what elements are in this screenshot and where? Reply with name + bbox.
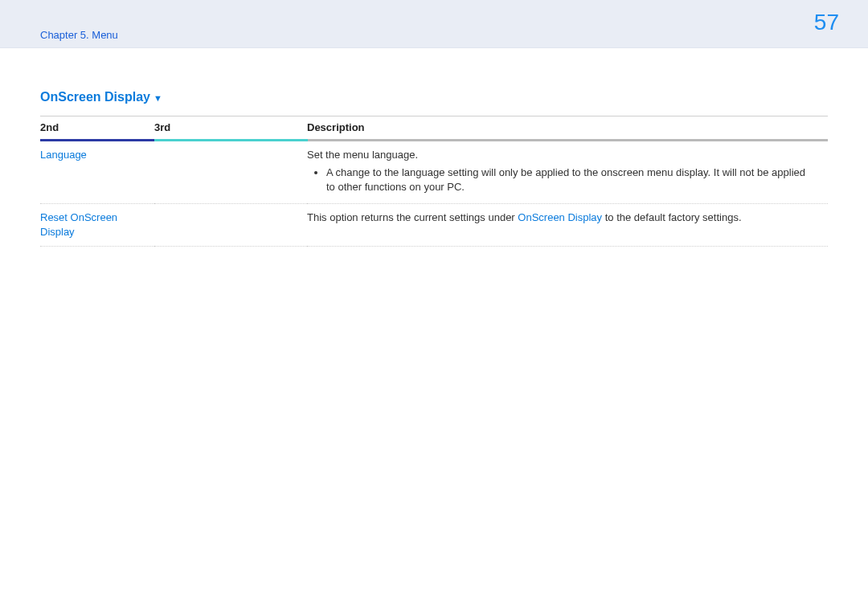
section-title-text: OnScreen Display bbox=[40, 90, 150, 104]
row-second-level: Language bbox=[40, 141, 154, 203]
description-post: to the default factory settings. bbox=[602, 211, 741, 223]
row-third-level bbox=[154, 141, 307, 203]
row-second-level: Reset OnScreen Display bbox=[40, 203, 154, 246]
section-title: OnScreen Display ▼ bbox=[40, 90, 828, 104]
description-pre: This option returns the current settings… bbox=[307, 211, 518, 223]
row-description: This option returns the current settings… bbox=[307, 203, 828, 246]
row-description: Set the menu language. A change to the l… bbox=[307, 141, 828, 203]
col-header-description: Description bbox=[307, 116, 828, 139]
page-header: Chapter 5. Menu 57 bbox=[0, 0, 868, 48]
bullet-item: A change to the language setting will on… bbox=[326, 166, 817, 194]
menu-table: 2nd 3rd Description Language Set the men… bbox=[40, 116, 828, 247]
row-third-level bbox=[154, 203, 307, 246]
table-row: Language Set the menu language. A change… bbox=[40, 141, 828, 203]
table-row: Reset OnScreen Display This option retur… bbox=[40, 203, 828, 246]
col-header-3rd: 3rd bbox=[154, 116, 307, 139]
description-inline-link: OnScreen Display bbox=[518, 211, 602, 223]
header-underline bbox=[40, 138, 828, 141]
page-content: OnScreen Display ▼ 2nd 3rd Description L… bbox=[0, 48, 868, 247]
table-header-row: 2nd 3rd Description bbox=[40, 116, 828, 139]
description-bullets: A change to the language setting will on… bbox=[307, 166, 817, 194]
triangle-down-icon: ▼ bbox=[154, 94, 162, 103]
page-number: 57 bbox=[814, 10, 839, 35]
col-header-2nd: 2nd bbox=[40, 116, 154, 139]
chapter-label: Chapter 5. Menu bbox=[40, 29, 118, 41]
gradient-bar bbox=[40, 139, 828, 141]
description-lead: Set the menu language. bbox=[307, 149, 418, 161]
